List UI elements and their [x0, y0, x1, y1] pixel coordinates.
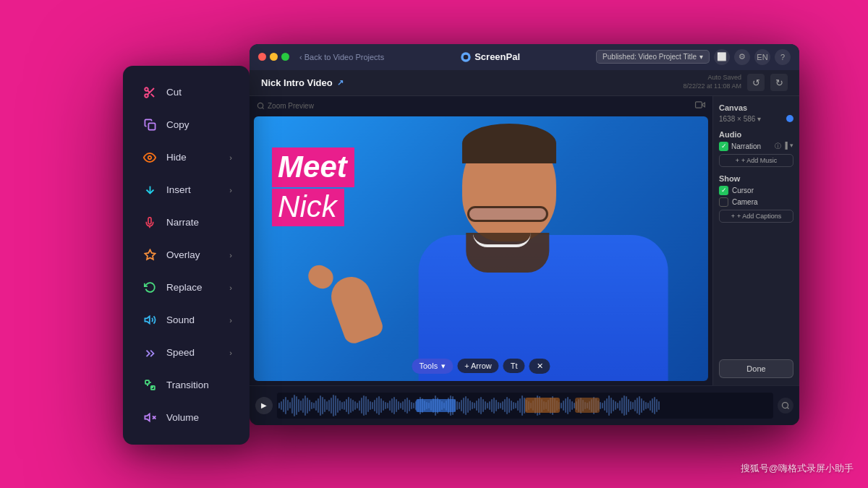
add-captions-label: + Add Captions — [737, 213, 781, 220]
publish-button[interactable]: Published: Video Project Title ▾ — [596, 50, 710, 64]
waveform-bar — [411, 402, 412, 409]
waveform-bar — [567, 397, 569, 414]
camera-label: Camera — [732, 198, 758, 206]
waveform-bar — [639, 396, 640, 415]
meet-text: Meet — [278, 150, 347, 184]
waveform-bar — [600, 402, 601, 409]
canvas-size-label: 1638 × 586 ▾ — [719, 115, 761, 123]
replace-label: Replace — [166, 282, 229, 293]
waveform-bar — [385, 402, 386, 409]
waveform-bar — [615, 401, 616, 410]
toolbar-item-copy[interactable]: Copy — [129, 109, 244, 141]
close-button[interactable] — [258, 53, 266, 61]
waveform-bar — [626, 396, 627, 415]
narration-label: Narration — [731, 142, 772, 150]
toolbar-item-sound[interactable]: Sound › — [129, 304, 244, 336]
camera-checkbox[interactable] — [719, 197, 728, 207]
minimize-button[interactable] — [270, 53, 278, 61]
add-captions-button[interactable]: + + Add Captions — [719, 210, 793, 223]
publish-label: Published: Video Project Title — [603, 53, 697, 61]
done-button[interactable]: Done — [719, 359, 793, 378]
svg-point-6 — [148, 155, 152, 159]
lang-icon-btn[interactable]: EN — [754, 49, 770, 65]
waveform-bar — [515, 403, 516, 408]
timeline-search-button[interactable] — [778, 398, 793, 414]
play-button[interactable]: ▶ — [255, 397, 273, 414]
timeline-segment — [525, 398, 560, 414]
toolbar-item-hide[interactable]: Hide › — [129, 142, 244, 174]
svg-marker-9 — [145, 249, 155, 259]
maximize-button[interactable] — [281, 53, 289, 61]
waveform-bar — [372, 402, 373, 409]
waveform-bar — [320, 395, 321, 416]
arrow-button[interactable]: + Arrow — [457, 359, 499, 373]
camera-icon-area — [695, 100, 705, 113]
hide-label: Hide — [166, 152, 229, 163]
waveform-bar — [354, 401, 356, 410]
svg-point-0 — [145, 87, 148, 91]
close-tool-button[interactable]: ✕ — [529, 359, 550, 374]
overlay-arrow: › — [229, 251, 232, 260]
waveform-bar — [287, 400, 289, 411]
waveform-bar — [511, 401, 512, 411]
info-icon: ⓘ — [775, 142, 781, 151]
waveform-bar — [498, 402, 499, 409]
waveform-bar — [504, 399, 506, 412]
zoom-preview: Zoom Preview — [257, 102, 314, 110]
external-link-icon[interactable]: ↗ — [337, 78, 344, 87]
meet-box: Meet — [272, 147, 354, 187]
toolbar-item-cut[interactable]: Cut — [129, 77, 244, 108]
text-button[interactable]: Tt — [503, 359, 525, 373]
waveform-bar — [391, 398, 393, 413]
canvas-section: Canvas 1638 × 586 ▾ — [719, 103, 793, 123]
waveform-bar — [469, 401, 471, 411]
waveform-bar — [289, 402, 291, 408]
waveform-bar — [315, 401, 317, 411]
waveform-bar — [637, 398, 638, 414]
waveform-bar — [400, 403, 401, 408]
toolbar-item-overlay[interactable]: Overlay › — [129, 239, 244, 271]
svg-rect-5 — [148, 123, 155, 129]
waveform-bar — [285, 397, 286, 414]
redo-button[interactable]: ↻ — [770, 74, 788, 91]
waveform-bar — [656, 399, 658, 412]
waveform-bar — [571, 401, 573, 410]
waveform-bar — [337, 398, 339, 413]
toolbar: Cut Copy Hide › — [123, 66, 250, 445]
add-music-button[interactable]: + + Add Music — [719, 154, 793, 167]
back-button[interactable]: ‹ Back to Video Projects — [299, 53, 384, 61]
toolbar-item-speed[interactable]: Speed › — [129, 337, 244, 369]
traffic-lights — [258, 53, 289, 61]
help-icon-btn[interactable]: ? — [775, 49, 791, 65]
meet-nick-overlay: Meet Nick — [272, 147, 354, 226]
cursor-check[interactable]: ✓ — [719, 186, 728, 195]
video-preview: Meet Nick Tools ▾ + — [254, 116, 708, 381]
toolbar-item-replace[interactable]: Replace › — [129, 272, 244, 304]
waveform-bar — [363, 395, 365, 416]
sound-icon — [140, 311, 159, 330]
tools-button[interactable]: Tools ▾ — [412, 359, 453, 374]
toolbar-item-narrate[interactable]: Narrate — [129, 207, 244, 239]
toolbar-item-insert[interactable]: Insert › — [129, 174, 244, 206]
spacer — [719, 230, 793, 352]
waveform-bar — [296, 396, 297, 415]
speed-label: Speed — [166, 347, 229, 358]
timeline-track[interactable]: // Generate waveform bars inline const h… — [277, 393, 773, 419]
toolbar-item-transition[interactable]: Transition — [129, 369, 244, 401]
waveform-bar — [634, 400, 636, 411]
waveform-bar — [396, 399, 397, 412]
monitor-icon-btn[interactable]: ⬜ — [714, 49, 730, 65]
waveform-icon: ▐ — [783, 142, 788, 151]
show-section: Show ✓ Cursor Camera + + Add Captions — [719, 174, 793, 223]
sound-label: Sound — [166, 314, 229, 325]
toolbar-item-volume[interactable]: Volume — [129, 402, 244, 434]
title-bar: ‹ Back to Video Projects ScreenPal Publi… — [250, 44, 799, 70]
settings-icon-btn[interactable]: ⚙ — [734, 49, 750, 65]
narration-check[interactable]: ✓ — [719, 142, 728, 151]
add-music-icon: + — [736, 157, 739, 164]
waveform-bar — [608, 395, 610, 416]
canvas-color-dot[interactable] — [786, 115, 793, 122]
waveform-bar — [641, 398, 642, 413]
undo-button[interactable]: ↺ — [747, 74, 765, 91]
nick-box: Nick — [272, 189, 344, 226]
